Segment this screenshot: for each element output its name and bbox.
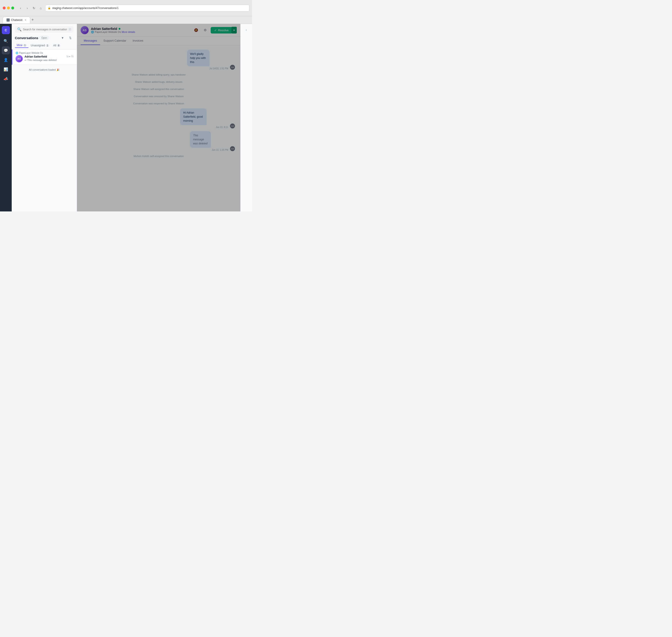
all-conversations-loaded: All conversations loaded 🎉 [12, 65, 77, 75]
traffic-lights [3, 6, 14, 10]
forward-button[interactable]: › [24, 5, 30, 11]
conversation-avatar: AS [16, 55, 23, 62]
open-badge: Open [40, 36, 49, 40]
back-button[interactable]: ‹ [18, 5, 23, 11]
refresh-button[interactable]: ↻ [31, 5, 37, 11]
sort-icon[interactable]: ⇅ [67, 34, 74, 41]
maximize-button[interactable] [11, 6, 14, 10]
conversation-item-body: AS Adrian Satterfield 1y ▸ 31 ↩ This mes… [16, 55, 74, 62]
minimize-button[interactable] [7, 6, 10, 10]
search-shortcut: / [68, 28, 71, 31]
active-tab[interactable]: Chatwoot × [3, 17, 30, 23]
brand-logo: C [2, 26, 10, 34]
tab-bar: Chatwoot × + [0, 16, 252, 24]
tab-favicon [6, 18, 10, 22]
search-input[interactable] [23, 28, 67, 31]
tab-title: Chatwoot [11, 18, 22, 22]
url-text: staging.chatwoot.com/app/accounts/47/con… [52, 6, 119, 10]
conversations-title: Conversations Open [15, 36, 49, 40]
tab-mine[interactable]: Mine 1 [15, 43, 29, 48]
sidebar-search-icon[interactable]: 🔍 [2, 37, 10, 45]
sidebar-contacts-icon[interactable]: 👤 [2, 56, 10, 64]
chat-area: AS Adrian Satterfield 🌐 PaperLayer Websi… [77, 24, 240, 212]
new-tab-button[interactable]: + [32, 18, 34, 22]
lock-icon: 🔒 [48, 6, 51, 10]
tab-all[interactable]: All 8 [52, 43, 62, 48]
conversation-inbox-label: 🌐 PaperLayer Website Os [16, 52, 74, 54]
filter-icon[interactable]: ▼ [59, 34, 66, 41]
sidebar-reports-icon[interactable]: 📊 [2, 65, 10, 73]
home-button[interactable]: ⌂ [38, 5, 43, 11]
conversation-item[interactable]: 🌐 PaperLayer Website Os AS Adrian Satter… [12, 50, 77, 65]
conversation-contact-name: Adrian Satterfield 1y ▸ 31 [24, 55, 74, 58]
search-bar[interactable]: 🔍 / [15, 26, 74, 33]
browser-navigation: ‹ › ↻ ⌂ [18, 5, 43, 11]
conversation-last-message: ↩ This message was deleted [24, 59, 74, 62]
close-button[interactable] [3, 6, 6, 10]
right-sidebar: ‹ [240, 24, 252, 212]
tab-unassigned[interactable]: Unassigned 1 [29, 43, 51, 48]
conversation-content: Adrian Satterfield 1y ▸ 31 ↩ This messag… [24, 55, 74, 62]
address-bar[interactable]: 🔒 staging.chatwoot.com/app/accounts/47/c… [45, 5, 249, 12]
conversations-panel: 🔍 / Conversations Open ▼ ⇅ Mine 1 [12, 24, 77, 212]
conversations-header: 🔍 / Conversations Open ▼ ⇅ Mine 1 [12, 24, 77, 50]
sidebar-campaigns-icon[interactable]: 📣 [2, 75, 10, 83]
browser-chrome: ‹ › ↻ ⌂ 🔒 staging.chatwoot.com/app/accou… [0, 0, 252, 16]
sidebar-toggle-icon[interactable]: ‹ [244, 26, 249, 34]
sidebar-icons: C 🔍 💬 👤 📊 📣 ⚙️ AS [0, 24, 12, 212]
conversations-title-row: Conversations Open ▼ ⇅ [15, 34, 74, 41]
app-container: C 🔍 💬 👤 📊 📣 ⚙️ AS 🔍 / Conversations Open… [0, 24, 252, 212]
sidebar-conversations-icon[interactable]: 💬 [2, 46, 10, 54]
conversation-tabs: Mine 1 Unassigned 1 All 8 [15, 42, 74, 48]
search-icon: 🔍 [17, 27, 22, 32]
modal-overlay[interactable]: AI Assist ✏️ Improve Writing Fix Spellin… [77, 24, 240, 212]
tab-close-button[interactable]: × [25, 18, 26, 22]
